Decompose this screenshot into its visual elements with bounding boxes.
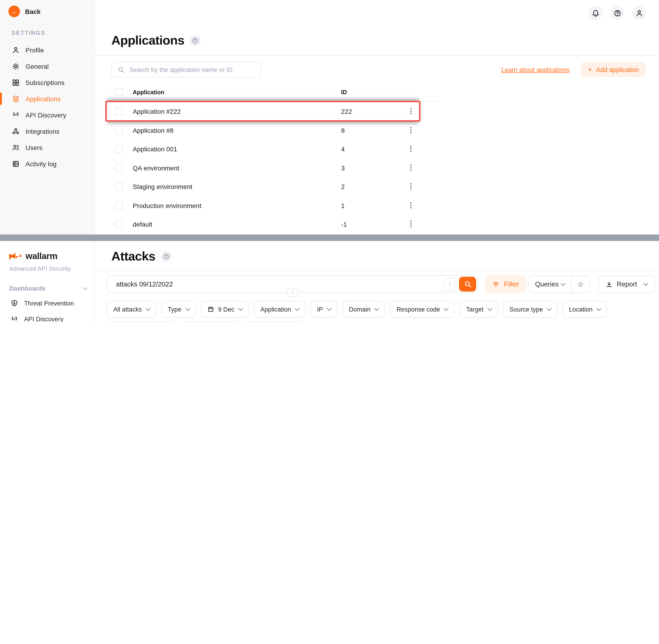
row-checkbox[interactable] — [115, 201, 123, 209]
sidebar-item-subscriptions[interactable]: Subscriptions — [0, 74, 94, 91]
queries-group: Queries ☆ — [528, 275, 590, 293]
wallarm-logo[interactable]: wallarm — [9, 251, 57, 261]
chip-authentication[interactable]: Authentication — [244, 321, 305, 322]
sidebar-item-label: Activity log — [25, 160, 56, 167]
favorite-star-icon[interactable]: ☆ — [572, 276, 590, 293]
table-row[interactable]: Staging environment 2 ⋮ — [111, 177, 439, 196]
application-name: Application #222 — [133, 108, 181, 115]
nav-group-dashboards[interactable]: Dashboards — [0, 281, 94, 295]
sidebar-item-activity-log[interactable]: Activity log — [0, 156, 94, 172]
queries-button[interactable]: Queries — [528, 276, 571, 293]
row-kebab-menu-icon[interactable]: ⋮ — [407, 106, 415, 115]
integrations-icon — [11, 128, 20, 135]
row-kebab-menu-icon[interactable]: ⋮ — [407, 125, 415, 134]
applications-table: Application ID Application #222 222 ⋮ Ap… — [111, 87, 439, 233]
chip-response-code[interactable]: Response code — [390, 301, 454, 318]
chip-domain[interactable]: Domain — [343, 301, 385, 318]
search-resize-handle[interactable]: ˄˅ — [287, 288, 298, 297]
page-title: Attacks — [111, 249, 156, 264]
report-button[interactable]: Report — [598, 275, 655, 293]
search-icon — [464, 280, 471, 288]
attacks-sidebar-nav: Dashboards Threat Prevention API Discove… — [0, 279, 94, 322]
row-kebab-menu-icon[interactable]: ⋮ — [407, 144, 415, 153]
chevron-down-icon — [643, 281, 648, 286]
row-checkbox[interactable] — [115, 182, 123, 190]
applications-search[interactable] — [111, 62, 261, 77]
application-id: -1 — [341, 221, 347, 228]
help-icon[interactable] — [610, 6, 624, 20]
row-checkbox[interactable] — [115, 220, 123, 228]
sidebar-item-api-discovery-dash[interactable]: API Discovery — [0, 311, 94, 322]
sidebar-item-integrations[interactable]: Integrations — [0, 123, 94, 139]
chip-date[interactable]: 9 Dec — [201, 301, 249, 318]
chip-all-attacks[interactable]: All attacks — [107, 301, 156, 318]
row-checkbox[interactable] — [115, 107, 123, 115]
chip-cve-exploits[interactable]: CVE and exploits — [107, 321, 176, 322]
brand-tagline: Advanced API Security — [9, 265, 71, 272]
table-row[interactable]: default -1 ⋮ — [111, 214, 439, 233]
sidebar-item-general[interactable]: General — [0, 58, 94, 74]
row-checkbox[interactable] — [115, 145, 123, 153]
sidebar-item-profile[interactable]: Profile — [0, 42, 94, 58]
chip-api-protocols[interactable]: API protocols — [181, 321, 239, 322]
attacks-title-row: Attacks — [111, 249, 172, 264]
filter-button[interactable]: Filter — [485, 275, 526, 293]
attacks-search-input[interactable] — [115, 280, 444, 288]
sidebar-item-threat-prevention[interactable]: Threat Prevention — [0, 295, 94, 311]
table-row[interactable]: Application #8 8 ⋮ — [111, 120, 439, 139]
table-row[interactable]: Production environment 1 ⋮ — [111, 196, 439, 214]
learn-about-applications-link[interactable]: Learn about applications — [501, 66, 569, 73]
back-button[interactable]: ← Back — [8, 5, 41, 17]
title-help-icon[interactable] — [190, 35, 201, 46]
column-id: ID — [341, 89, 347, 96]
table-row[interactable]: QA environment 3 ⋮ — [111, 158, 439, 177]
chip-application[interactable]: Application — [254, 301, 305, 318]
applications-search-input[interactable] — [128, 66, 255, 74]
top-header — [95, 0, 659, 26]
sidebar-item-label: Profile — [25, 46, 44, 54]
attacks-search[interactable]: / ˄˅ — [107, 275, 478, 293]
chevron-down-icon — [327, 306, 332, 311]
plus-icon: + — [588, 66, 592, 74]
back-arrow-icon: ← — [8, 5, 20, 17]
account-icon[interactable] — [632, 6, 646, 20]
add-application-label: Add application — [596, 66, 639, 73]
chip-target[interactable]: Target — [460, 301, 498, 318]
add-application-button[interactable]: + Add application — [581, 62, 646, 77]
sidebar-item-applications[interactable]: Applications — [0, 91, 94, 107]
row-checkbox[interactable] — [115, 126, 123, 134]
notifications-bell-icon[interactable] — [588, 6, 603, 20]
chip-location[interactable]: Location — [563, 301, 607, 318]
application-id: 222 — [341, 108, 352, 115]
chevron-down-icon — [83, 285, 88, 290]
chip-type[interactable]: Type — [161, 301, 196, 318]
chevron-down-icon — [146, 306, 150, 311]
row-kebab-menu-icon[interactable]: ⋮ — [407, 219, 415, 228]
table-row-application-222[interactable]: Application #222 222 ⋮ — [111, 102, 439, 120]
layers-icon — [11, 95, 20, 102]
row-kebab-menu-icon[interactable]: ⋮ — [407, 163, 415, 172]
row-checkbox[interactable] — [115, 164, 123, 171]
wallarm-logo-word: wallarm — [25, 251, 57, 261]
queries-label: Queries — [535, 280, 559, 288]
wallarm-sidebar: wallarm Advanced API Security Dashboards… — [0, 241, 95, 322]
table-row[interactable]: Application 001 4 ⋮ — [111, 139, 439, 158]
application-name: Production environment — [133, 202, 202, 209]
search-submit-button[interactable] — [459, 277, 476, 292]
chip-source-type[interactable]: Source type — [503, 301, 557, 318]
braces-icon — [11, 112, 20, 118]
applications-main: Applications Learn about applications + … — [95, 0, 659, 234]
title-help-icon[interactable] — [161, 251, 172, 262]
sidebar-item-users[interactable]: Users — [0, 139, 94, 156]
filter-chips-row2: CVE and exploits API protocols Authentic… — [107, 321, 305, 322]
chevron-down-icon — [185, 306, 190, 311]
sidebar-item-api-discovery[interactable]: API Discovery — [0, 107, 94, 123]
chevron-down-icon — [238, 306, 243, 311]
row-kebab-menu-icon[interactable]: ⋮ — [407, 182, 415, 191]
chip-ip[interactable]: IP — [310, 301, 337, 318]
select-all-checkbox[interactable] — [115, 88, 123, 96]
application-id: 3 — [341, 164, 345, 171]
row-kebab-menu-icon[interactable]: ⋮ — [407, 200, 415, 209]
calendar-icon — [208, 306, 214, 313]
application-id: 4 — [341, 145, 345, 153]
